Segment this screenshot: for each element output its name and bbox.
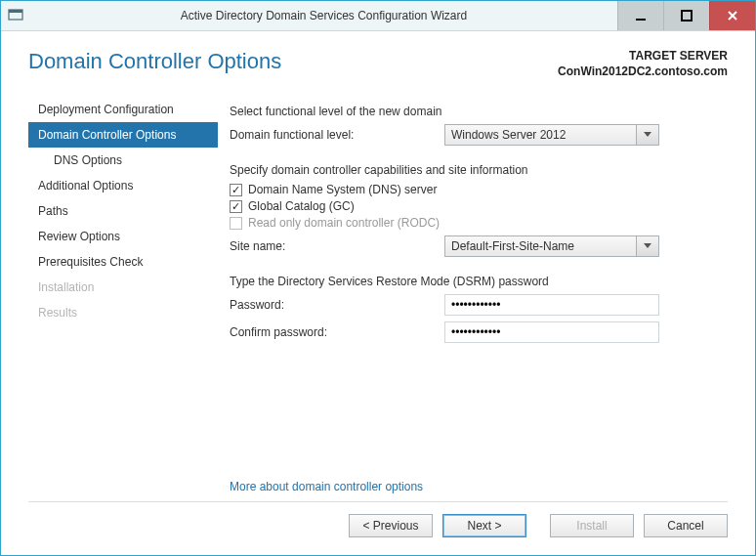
app-icon bbox=[1, 1, 30, 30]
target-server: TARGET SERVER ConWin2012DC2.contoso.com bbox=[558, 49, 728, 79]
chevron-down-icon bbox=[636, 125, 658, 145]
section-functional-level: Select functional level of the new domai… bbox=[230, 105, 728, 118]
next-button[interactable]: Next > bbox=[442, 514, 526, 537]
minimize-button[interactable] bbox=[617, 1, 663, 30]
rodc-label: Read only domain controller (RODC) bbox=[248, 216, 440, 230]
install-button: Install bbox=[550, 514, 634, 537]
wizard-nav: Deployment Configuration Domain Controll… bbox=[28, 97, 224, 497]
window-title: Active Directory Domain Services Configu… bbox=[30, 1, 617, 30]
nav-installation: Installation bbox=[28, 275, 218, 300]
nav-prerequisites-check[interactable]: Prerequisites Check bbox=[28, 249, 218, 275]
site-name-label: Site name: bbox=[230, 239, 444, 253]
nav-additional-options[interactable]: Additional Options bbox=[28, 173, 218, 198]
cancel-button[interactable]: Cancel bbox=[644, 514, 728, 537]
confirm-password-input[interactable] bbox=[444, 321, 659, 343]
site-name-combo[interactable]: Default-First-Site-Name bbox=[444, 235, 659, 257]
svg-marker-6 bbox=[644, 132, 651, 137]
domain-functional-level-combo[interactable]: Windows Server 2012 bbox=[444, 124, 659, 146]
maximize-button[interactable] bbox=[663, 1, 709, 30]
password-input[interactable] bbox=[444, 294, 659, 316]
section-dsrm: Type the Directory Services Restore Mode… bbox=[230, 275, 728, 288]
rodc-checkbox bbox=[230, 217, 242, 230]
close-icon bbox=[727, 10, 738, 21]
dns-server-label: Domain Name System (DNS) server bbox=[248, 183, 437, 196]
header-row: Domain Controller Options TARGET SERVER … bbox=[28, 49, 728, 79]
svg-marker-7 bbox=[644, 243, 651, 248]
global-catalog-checkbox[interactable] bbox=[230, 200, 242, 213]
page-title: Domain Controller Options bbox=[28, 49, 281, 74]
nav-domain-controller-options[interactable]: Domain Controller Options bbox=[28, 122, 218, 148]
nav-dns-options[interactable]: DNS Options bbox=[28, 148, 218, 173]
more-about-link[interactable]: More about domain controller options bbox=[230, 480, 423, 493]
svg-rect-3 bbox=[682, 11, 692, 21]
nav-results: Results bbox=[28, 300, 218, 325]
target-server-host: ConWin2012DC2.contoso.com bbox=[558, 64, 728, 80]
nav-deployment-configuration[interactable]: Deployment Configuration bbox=[28, 97, 218, 122]
section-capabilities: Specify domain controller capabilities a… bbox=[230, 163, 728, 177]
confirm-password-label: Confirm password: bbox=[230, 325, 444, 339]
target-server-label: TARGET SERVER bbox=[558, 49, 728, 64]
previous-button[interactable]: < Previous bbox=[349, 514, 433, 537]
close-button[interactable] bbox=[709, 1, 755, 30]
svg-rect-1 bbox=[9, 10, 22, 13]
window-buttons bbox=[617, 1, 755, 30]
dns-server-checkbox[interactable] bbox=[230, 184, 242, 196]
global-catalog-label: Global Catalog (GC) bbox=[248, 199, 355, 213]
password-label: Password: bbox=[230, 298, 444, 312]
wizard-buttons: < Previous Next > Install Cancel bbox=[28, 501, 728, 545]
wizard-window: Active Directory Domain Services Configu… bbox=[0, 0, 756, 556]
titlebar: Active Directory Domain Services Configu… bbox=[1, 1, 755, 31]
nav-review-options[interactable]: Review Options bbox=[28, 224, 218, 249]
site-name-value: Default-First-Site-Name bbox=[445, 236, 636, 256]
domain-functional-level-label: Domain functional level: bbox=[230, 128, 444, 142]
minimize-icon bbox=[635, 10, 647, 21]
main-split: Deployment Configuration Domain Controll… bbox=[28, 97, 728, 497]
svg-rect-2 bbox=[636, 19, 646, 21]
content-area: Domain Controller Options TARGET SERVER … bbox=[1, 31, 755, 555]
chevron-down-icon bbox=[636, 236, 658, 256]
nav-paths[interactable]: Paths bbox=[28, 198, 218, 224]
domain-functional-level-value: Windows Server 2012 bbox=[445, 125, 636, 145]
options-panel: Select functional level of the new domai… bbox=[224, 97, 728, 497]
maximize-icon bbox=[681, 10, 693, 21]
